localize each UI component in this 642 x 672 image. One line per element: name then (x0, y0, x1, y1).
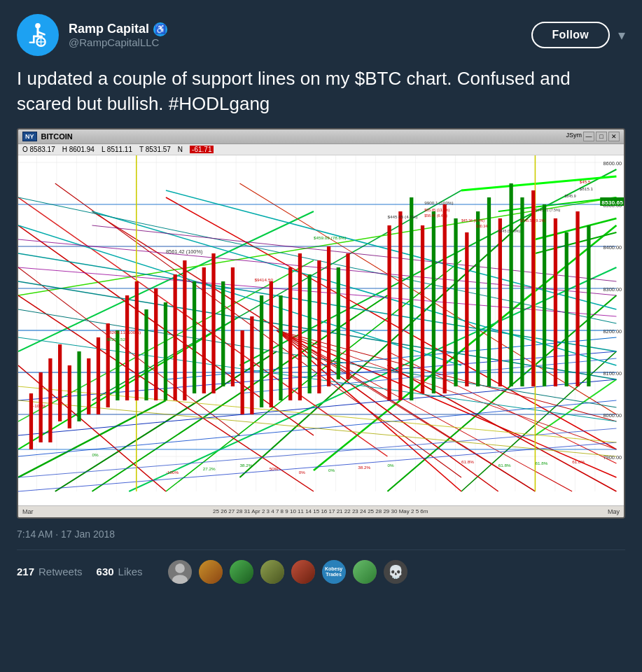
chart-x-bar: Mar 25 26 27 28 31 Apr 2 3 4 7 8 9 10 11… (18, 505, 624, 517)
svg-rect-160 (520, 197, 524, 386)
svg-rect-131 (193, 281, 196, 393)
list-item[interactable]: KobesyTrades (321, 559, 347, 585)
svg-rect-132 (202, 267, 206, 393)
svg-rect-163 (554, 218, 557, 386)
svg-rect-116 (48, 358, 52, 442)
tweet-timestamp: 7:14 AM · 17 Jan 2018 (17, 528, 625, 540)
svg-rect-124 (125, 295, 129, 400)
stats-left: 217 Retweets 630 Likes (17, 566, 143, 578)
svg-rect-156 (476, 211, 480, 386)
svg-rect-164 (565, 232, 568, 386)
ohlc-change-val: -61.71 (190, 146, 214, 153)
svg-rect-141 (288, 267, 292, 400)
chart-body: -100% 0% -100% 27.2% 38.2% 50% 0% 0% 38.… (18, 155, 624, 505)
svg-rect-138 (260, 295, 263, 407)
svg-text:$58.45 (6.4%): $58.45 (6.4%) (424, 214, 447, 218)
chart-x-left: Mar (22, 508, 34, 515)
chart-x-dates: 25 26 27 28 31 Apr 2 3 4 7 8 9 10 11 14 … (213, 508, 428, 515)
svg-rect-135 (231, 267, 235, 386)
chart-titlebar: NY BITCOIN JSym — □ ✕ (18, 130, 624, 144)
header-right: Follow ▾ (531, 22, 625, 48)
svg-text:61.8%: 61.8% (461, 459, 474, 464)
svg-text:0%: 0% (328, 468, 335, 472)
svg-text:8561.42 (100%): 8561.42 (100%) (166, 248, 203, 255)
svg-rect-129 (174, 274, 177, 400)
chart-svg: -100% 0% -100% 27.2% 38.2% 50% 0% 0% 38.… (18, 155, 624, 505)
chart-minimize-btn[interactable]: — (583, 132, 594, 141)
user-info: Ramp Capital ♿ @RampCapitalLLC (69, 22, 167, 48)
svg-rect-166 (587, 225, 590, 386)
list-item[interactable] (351, 559, 378, 585)
svg-rect-140 (279, 295, 282, 400)
chart-image: NY BITCOIN JSym — □ ✕ O 8583.17 H 8601.9… (17, 128, 625, 519)
svg-text:-100%: -100% (33, 403, 46, 408)
svg-rect-154 (454, 218, 457, 386)
svg-rect-162 (543, 204, 546, 386)
svg-text:$645.51 (7.5%): $645.51 (7.5%) (535, 208, 560, 212)
svg-text:61.8%: 61.8% (535, 461, 547, 465)
svg-text:-100%: -100% (166, 470, 179, 475)
svg-text:38.2%: 38.2% (358, 465, 370, 470)
svg-rect-117 (58, 344, 62, 421)
follow-button[interactable]: Follow (531, 22, 610, 48)
svg-text:$65.45 (13.9%): $65.45 (13.9%) (424, 208, 449, 212)
chart-restore-btn[interactable]: □ (596, 132, 607, 141)
list-item[interactable] (290, 559, 316, 585)
svg-text:0%: 0% (92, 452, 99, 457)
skull-icon: 💀 (388, 564, 403, 580)
list-item[interactable] (259, 559, 286, 585)
svg-text:$745.51 (9.1%): $745.51 (9.1%) (520, 218, 545, 223)
tweet-stats: 217 Retweets 630 Likes (17, 550, 625, 585)
svg-point-209 (172, 575, 188, 585)
svg-rect-145 (327, 246, 330, 386)
svg-text:8200.00: 8200.00 (603, 328, 622, 335)
svg-text:8530.65: 8530.65 (601, 200, 623, 206)
ohlc-change-label: N (178, 146, 183, 153)
chart-close-btn[interactable]: ✕ (608, 132, 620, 141)
retweets-count: 217 (17, 566, 34, 578)
svg-text:0%: 0% (299, 470, 306, 475)
svg-point-208 (175, 564, 185, 573)
svg-text:$815.1: $815.1 (580, 186, 594, 191)
svg-text:8600.00: 8600.00 (603, 160, 622, 167)
retweets-stat: 217 Retweets (17, 566, 83, 578)
user-name: Ramp Capital ♿ (69, 22, 167, 36)
svg-text:61.8%: 61.8% (498, 463, 511, 468)
svg-text:61.8%: 61.8% (572, 459, 585, 464)
svg-text:50%: 50% (270, 466, 279, 471)
likes-count: 630 (97, 566, 114, 578)
svg-text:8100.00: 8100.00 (603, 370, 622, 377)
svg-rect-157 (487, 197, 491, 386)
tweet-header: Ramp Capital ♿ @RampCapitalLLC Follow ▾ (17, 14, 625, 56)
tweet-text: I updated a couple of support lines on m… (17, 66, 625, 117)
chart-sym: JSym (566, 132, 582, 141)
chevron-down-icon[interactable]: ▾ (618, 27, 625, 43)
svg-rect-142 (298, 253, 302, 400)
list-item[interactable]: 💀 (382, 559, 409, 585)
list-item[interactable] (228, 559, 255, 585)
svg-text:8300.00: 8300.00 (603, 286, 622, 293)
avatar-image (25, 22, 51, 48)
kobesy-label: KobesyTrades (325, 566, 342, 577)
ohlc-high: H 8601.94 (62, 146, 95, 153)
svg-rect-150 (410, 197, 413, 400)
svg-rect-155 (465, 232, 468, 386)
svg-rect-151 (421, 225, 424, 393)
svg-text:$30.34: $30.34 (476, 224, 487, 228)
svg-rect-146 (337, 267, 340, 379)
svg-text:$8289.52: $8289.52 (107, 337, 126, 342)
svg-rect-122 (106, 323, 110, 407)
ohlc-low: L 8511.11 (102, 146, 132, 153)
ohlc-time: T 8531.57 (139, 146, 171, 153)
avatar[interactable] (17, 14, 59, 56)
chart-window-controls: JSym — □ ✕ (566, 132, 620, 141)
svg-rect-120 (87, 358, 90, 414)
svg-text:9900.1 (100%): 9900.1 (100%) (424, 200, 453, 205)
avatars-row: KobesyTrades 💀 (167, 559, 409, 585)
svg-rect-134 (221, 281, 225, 386)
svg-text:38.2%: 38.2% (239, 463, 252, 468)
list-item[interactable] (167, 559, 193, 585)
svg-rect-139 (270, 281, 273, 407)
list-item[interactable] (197, 559, 224, 585)
likes-label: Likes (118, 566, 143, 578)
